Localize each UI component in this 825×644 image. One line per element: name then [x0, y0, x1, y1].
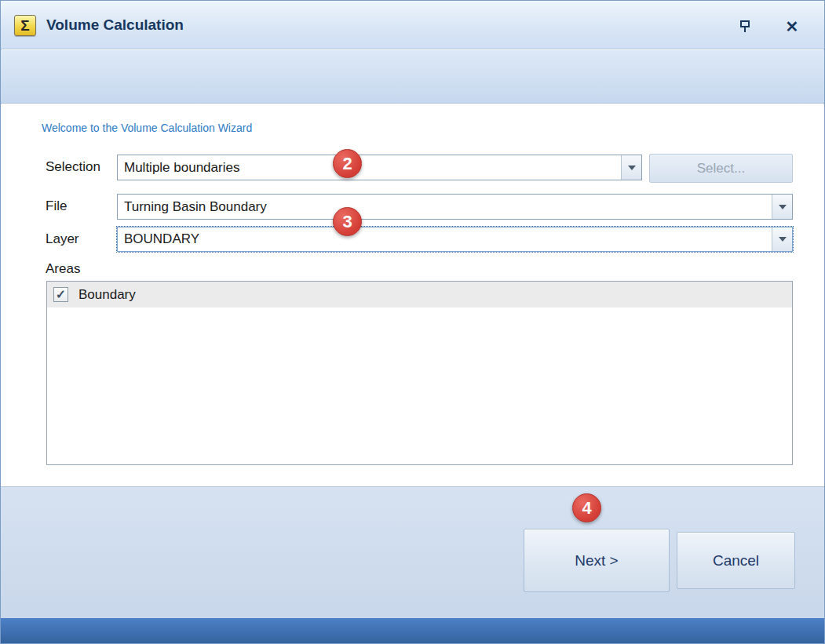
annotation-badge-3: 3: [333, 207, 362, 236]
dropdown-arrow-icon[interactable]: [621, 155, 641, 180]
wizard-footer: Next > Cancel: [1, 486, 824, 620]
title-bar: Σ Volume Calculation ✕: [1, 1, 824, 49]
window-title: Volume Calculation: [46, 1, 184, 49]
layer-combobox[interactable]: BOUNDARY: [117, 227, 793, 252]
chevron-down-icon: [779, 237, 787, 242]
pin-button[interactable]: [735, 17, 755, 36]
next-button[interactable]: Next >: [524, 529, 670, 592]
file-label: File: [46, 198, 67, 214]
selection-value: Multiple boundaries: [124, 160, 641, 176]
pin-icon: [739, 20, 751, 34]
selection-combobox[interactable]: Multiple boundaries: [117, 155, 642, 180]
file-value: Turning Basin Boundary: [124, 199, 792, 215]
cancel-button[interactable]: Cancel: [677, 532, 795, 589]
selection-label: Selection: [46, 159, 100, 175]
close-icon: ✕: [786, 17, 799, 36]
annotation-badge-4: 4: [572, 493, 601, 522]
sigma-app-icon: Σ: [14, 15, 36, 36]
volume-calculation-dialog: Σ Volume Calculation ✕ ← Volume Calculat…: [0, 0, 825, 644]
list-item[interactable]: ✓ Boundary: [47, 282, 792, 307]
dropdown-arrow-icon[interactable]: [772, 227, 792, 251]
list-item-label: Boundary: [78, 287, 136, 303]
select-button[interactable]: Select...: [649, 154, 793, 183]
checkbox[interactable]: ✓: [53, 287, 68, 302]
file-combobox[interactable]: Turning Basin Boundary: [117, 194, 793, 220]
welcome-text: Welcome to the Volume Calculation Wizard: [42, 122, 252, 134]
wizard-content: Welcome to the Volume Calculation Wizard…: [1, 104, 824, 486]
annotation-badge-2: 2: [333, 149, 362, 178]
chevron-down-icon: [779, 205, 787, 209]
status-strip: [1, 618, 824, 643]
chevron-down-icon: [628, 166, 636, 170]
areas-listbox[interactable]: ✓ Boundary: [46, 281, 793, 465]
dropdown-arrow-icon[interactable]: [772, 195, 792, 219]
wizard-header: ← Volume Calculation: [1, 50, 824, 104]
layer-label: Layer: [46, 231, 79, 247]
checkmark-icon: ✓: [56, 287, 66, 302]
layer-value: BOUNDARY: [124, 231, 792, 247]
close-button[interactable]: ✕: [782, 17, 802, 36]
areas-label: Areas: [46, 261, 80, 277]
